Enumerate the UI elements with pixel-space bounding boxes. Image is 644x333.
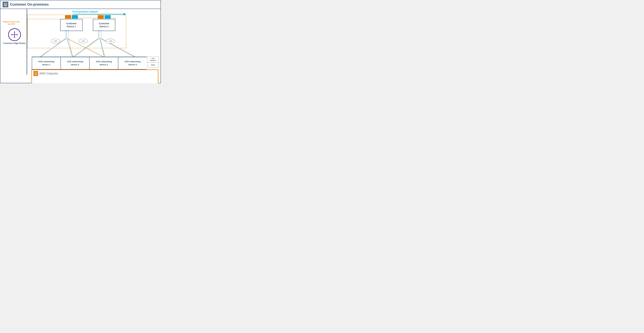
- arrow-label: To on-premises network: [72, 10, 98, 13]
- svg-line-28: [40, 39, 66, 57]
- svg-line-32: [67, 39, 73, 57]
- outposts-icon: [34, 71, 38, 76]
- ace-device-4: ACE networkingdevice 4: [118, 57, 147, 69]
- customer-device-2: CustomerDevice 2: [93, 15, 115, 31]
- edge-router: Customer Edge Router: [3, 28, 26, 45]
- svg-rect-52: [147, 57, 159, 62]
- svg-text:AWS: AWS: [151, 64, 155, 66]
- svg-line-26: [102, 39, 134, 57]
- svg-point-46: [51, 39, 60, 43]
- svg-point-50: [106, 39, 115, 43]
- port-orange-1: [65, 15, 71, 19]
- svg-line-29: [68, 39, 103, 57]
- header: Customer On-premises: [0, 0, 160, 9]
- ace-device-1: ACE networkingdevice 1: [32, 57, 61, 69]
- svg-line-22: [74, 39, 98, 57]
- svg-point-60: [36, 74, 36, 75]
- svg-text:Network: Network: [150, 60, 156, 61]
- svg-text:Your: Your: [152, 58, 155, 59]
- svg-line-19: [67, 39, 72, 57]
- outposts-title: AWS Outposts: [39, 72, 58, 75]
- svg-line-34: [100, 39, 104, 57]
- svg-line-27: [102, 39, 134, 57]
- svg-line-30: [69, 39, 72, 57]
- svg-line-38: [100, 39, 134, 57]
- svg-rect-4: [6, 5, 6, 5]
- svg-rect-5: [5, 5, 6, 6]
- outposts-section: AWS Outposts: [32, 70, 158, 83]
- svg-line-23: [74, 39, 98, 57]
- svg-rect-2: [6, 4, 6, 4]
- svg-line-21: [68, 39, 103, 57]
- router-icon: [8, 28, 21, 41]
- ace-device-2: ACE networkingdevice 2: [61, 57, 90, 69]
- svg-line-36: [74, 39, 99, 57]
- ace-devices-row: ACE networkingdevice 1 ACE networkingdev…: [32, 57, 147, 70]
- svg-line-16: [41, 39, 65, 57]
- port-blue-2: [104, 15, 111, 19]
- page-title: Customer On-premises: [10, 2, 49, 6]
- device-2-ports: [98, 15, 111, 19]
- svg-text:LAG: LAG: [109, 40, 112, 42]
- service-link-label: Outpost service linkport 443: [2, 20, 21, 25]
- customer-device-1: CustomerDevice 1: [60, 15, 82, 31]
- svg-marker-9: [14, 37, 15, 38]
- svg-point-48: [79, 39, 88, 43]
- svg-line-25: [100, 39, 105, 57]
- content-area: Outpost service linkport 443 To on-premi…: [0, 9, 160, 83]
- router-label: Customer Edge Router: [3, 42, 26, 45]
- svg-rect-55: [147, 62, 159, 67]
- svg-rect-1: [4, 4, 5, 4]
- svg-line-31: [40, 39, 66, 57]
- svg-line-18: [67, 39, 72, 57]
- device-2-box: CustomerDevice 2: [93, 19, 115, 31]
- svg-text:LAG: LAG: [54, 40, 57, 42]
- svg-rect-3: [4, 5, 5, 5]
- device-1-ports: [65, 15, 78, 19]
- port-orange-2: [98, 15, 104, 19]
- ace-device-3: ACE networkingdevice 3: [90, 57, 118, 69]
- outposts-header: AWS Outposts: [32, 70, 158, 77]
- svg-marker-8: [14, 31, 15, 32]
- port-blue-1: [72, 15, 78, 19]
- svg-line-20: [68, 39, 103, 57]
- svg-line-17: [41, 39, 65, 57]
- svg-rect-57: [35, 72, 37, 74]
- arrow-line: [73, 14, 126, 14]
- device-1-box: CustomerDevice 1: [60, 19, 82, 31]
- svg-line-33: [74, 39, 98, 57]
- svg-line-37: [100, 39, 104, 57]
- main-container: Customer On-premises Outpost service lin…: [0, 0, 161, 83]
- svg-line-35: [102, 39, 135, 57]
- building-icon: [2, 2, 8, 7]
- svg-marker-10: [11, 34, 12, 35]
- svg-line-24: [100, 39, 105, 57]
- svg-marker-11: [17, 34, 18, 35]
- svg-text:LAG: LAG: [82, 40, 85, 42]
